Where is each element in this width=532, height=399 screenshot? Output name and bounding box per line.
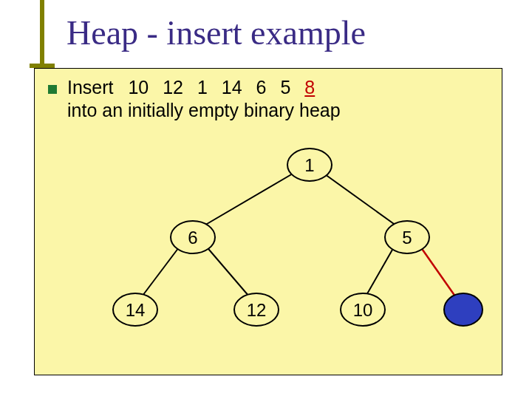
edge-root-l: [194, 171, 298, 231]
slide-title: Heap - insert example: [66, 13, 366, 52]
bullet-square-icon: [48, 85, 57, 94]
edge-r-rl: [363, 245, 395, 301]
seq-2: 1: [197, 76, 208, 99]
seq-6-current: 8: [304, 76, 315, 99]
heap-tree: 1 6 5 14 12 10: [35, 135, 502, 372]
node-l-label: 6: [188, 228, 197, 248]
bullet-text: Insert 10 12 1 14 6 5 8 into an initiall…: [67, 76, 341, 123]
seq-0: 10: [128, 76, 149, 99]
edge-root-r: [320, 171, 404, 231]
node-rl-label: 10: [353, 300, 373, 320]
node-rr-new: [444, 293, 482, 326]
bullet-prefix: Insert: [67, 77, 114, 98]
node-root-label: 1: [304, 155, 314, 175]
slide: Heap - insert example Insert 10 12 1 14 …: [0, 0, 532, 399]
title-accent-bar: [40, 0, 44, 64]
seq-1: 12: [163, 76, 183, 99]
edge-l-lr: [205, 245, 253, 301]
bullet-tail: into an initially empty binary heap: [67, 100, 341, 120]
node-ll-label: 14: [126, 300, 146, 320]
node-lr-label: 12: [247, 300, 267, 320]
seq-3: 14: [222, 76, 242, 99]
content-panel: Insert 10 12 1 14 6 5 8 into an initiall…: [34, 68, 502, 375]
edge-l-ll: [138, 245, 181, 301]
node-r-label: 5: [402, 228, 412, 248]
seq-4: 6: [256, 76, 267, 99]
edge-r-rr-new: [419, 245, 459, 301]
seq-5: 5: [280, 76, 290, 99]
